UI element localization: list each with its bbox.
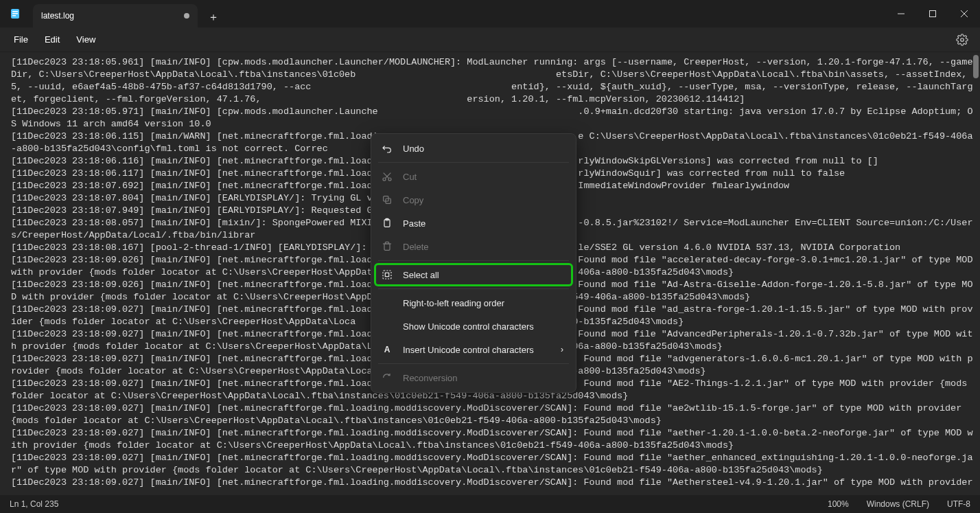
statusbar: Ln 1, Col 235 100% Windows (CRLF) UTF-8	[0, 495, 980, 513]
context-reconversion-label: Reconversion	[403, 373, 458, 383]
context-rtl-label: Right-to-left reading order	[403, 298, 504, 308]
window-controls	[885, 0, 980, 27]
editor-area: [11Dec2023 23:18:05.961] [main/INFO] [cp…	[0, 52, 980, 495]
select-all-icon	[381, 269, 393, 281]
scrollbar-track[interactable]	[972, 52, 980, 495]
context-menu: Undo Cut Copy Paste Delete Select all Ri…	[371, 133, 576, 393]
context-cut: Cut	[374, 165, 573, 188]
context-show-unicode[interactable]: Show Unicode control characters	[374, 315, 573, 338]
context-copy: Copy	[374, 188, 573, 212]
menu-file[interactable]: File	[5, 30, 36, 49]
reconversion-icon	[381, 372, 393, 384]
context-rtl[interactable]: Right-to-left reading order	[374, 291, 573, 315]
svg-rect-3	[12, 15, 16, 16]
status-cursor-position: Ln 1, Col 235	[10, 499, 58, 509]
gear-icon	[956, 34, 968, 46]
menubar: File Edit View	[0, 27, 980, 52]
tabstrip: latest.log ＋	[30, 0, 224, 27]
ime-icon: A	[381, 343, 393, 356]
context-undo-label: Undo	[403, 144, 424, 154]
notepad-app-icon	[10, 8, 21, 19]
separator	[378, 260, 569, 261]
delete-icon	[381, 240, 393, 253]
cut-icon	[381, 170, 393, 183]
separator	[378, 288, 569, 289]
context-select-all-label: Select all	[403, 270, 439, 280]
plus-icon: ＋	[208, 10, 219, 25]
svg-rect-1	[12, 11, 18, 12]
settings-button[interactable]	[950, 27, 975, 52]
separator	[378, 162, 569, 163]
svg-rect-2	[12, 13, 18, 14]
svg-rect-17	[384, 244, 390, 250]
maximize-button[interactable]	[917, 0, 948, 27]
status-encoding[interactable]: UTF-8	[947, 499, 970, 509]
context-delete: Delete	[374, 235, 573, 258]
svg-rect-18	[383, 271, 391, 279]
scrollbar-thumb[interactable]	[973, 55, 979, 78]
tab-latest-log[interactable]: latest.log	[33, 4, 198, 27]
context-cut-label: Cut	[403, 172, 417, 182]
context-show-unicode-label: Show Unicode control characters	[403, 321, 534, 332]
unsaved-indicator-icon	[184, 13, 189, 19]
blank-icon	[381, 320, 393, 332]
context-paste-label: Paste	[403, 218, 425, 229]
copy-icon	[381, 194, 393, 206]
context-copy-label: Copy	[403, 195, 423, 205]
context-paste[interactable]: Paste	[374, 212, 573, 235]
status-eol[interactable]: Windows (CRLF)	[867, 499, 929, 509]
titlebar: latest.log ＋	[0, 0, 980, 27]
context-reconversion: Reconversion	[374, 366, 573, 389]
svg-rect-5	[930, 11, 936, 17]
menu-edit[interactable]: Edit	[36, 30, 68, 49]
chevron-right-icon: ›	[561, 345, 563, 354]
paste-icon	[381, 217, 393, 229]
status-zoom[interactable]: 100%	[828, 499, 849, 509]
close-button[interactable]	[948, 0, 980, 27]
context-delete-label: Delete	[403, 242, 429, 252]
svg-rect-19	[385, 273, 388, 276]
context-undo[interactable]: Undo	[374, 137, 573, 160]
blank-icon	[381, 297, 393, 309]
minimize-button[interactable]	[885, 0, 917, 27]
separator	[378, 363, 569, 364]
context-insert-unicode-label: Insert Unicode control characters	[403, 345, 534, 355]
newtab-button[interactable]: ＋	[203, 7, 224, 27]
context-select-all[interactable]: Select all	[374, 263, 573, 286]
tab-title: latest.log	[41, 11, 74, 21]
context-insert-unicode[interactable]: A Insert Unicode control characters ›	[374, 338, 573, 361]
menu-view[interactable]: View	[68, 30, 104, 49]
vertical-scrollbar[interactable]	[972, 52, 980, 495]
undo-icon	[381, 142, 393, 155]
svg-point-8	[961, 38, 964, 41]
